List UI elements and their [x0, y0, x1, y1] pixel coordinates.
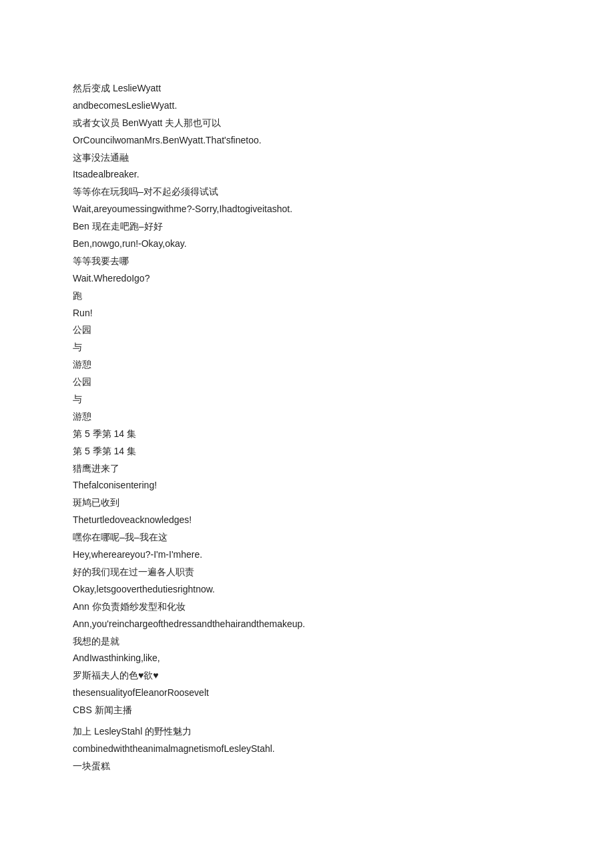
subtitle-line-l34: AndIwasthinking,like,: [73, 650, 541, 667]
subtitle-line-l39: 加上 LesleyStahl 的野性魅力: [73, 723, 541, 741]
subtitle-line-l23: 猎鹰进来了: [73, 460, 541, 478]
subtitle-line-l28: Hey,whereareyou?-I'm-I'mhere.: [73, 546, 541, 564]
subtitle-line-l22: 第 5 季第 14 集: [73, 443, 541, 460]
subtitle-line-l7: 等等你在玩我吗–对不起必须得试试: [73, 183, 541, 201]
subtitle-line-l2: andbecomesLeslieWyatt.: [73, 97, 541, 115]
subtitle-line-l19: 与: [73, 391, 541, 408]
subtitle-content: 然后变成 LeslieWyattandbecomesLeslieWyatt.或者…: [73, 80, 541, 775]
subtitle-line-l12: Wait.WheredoIgo?: [73, 270, 541, 288]
subtitle-line-l5: 这事没法通融: [73, 149, 541, 167]
subtitle-line-l17: 游憩: [73, 356, 541, 374]
subtitle-line-l26: Theturtledoveacknowledges!: [73, 512, 541, 529]
subtitle-line-l16: 与: [73, 339, 541, 356]
subtitle-line-l41: 一块蛋糕: [73, 758, 541, 775]
subtitle-line-l37: CBS 新闻主播: [73, 702, 541, 719]
subtitle-line-l40: combinedwiththeanimalmagnetismofLesleySt…: [73, 741, 541, 758]
subtitle-line-l20: 游憩: [73, 408, 541, 426]
subtitle-line-l29: 好的我们现在过一遍各人职责: [73, 564, 541, 581]
subtitle-line-l1: 然后变成 LeslieWyatt: [73, 80, 541, 97]
subtitle-line-l9: Ben 现在走吧跑–好好: [73, 218, 541, 236]
subtitle-line-l24: Thefalconisentering!: [73, 477, 541, 494]
subtitle-line-l32: Ann,you'reinchargeofthedressandthehairan…: [73, 616, 541, 633]
subtitle-line-l25: 斑鸠已收到: [73, 494, 541, 512]
subtitle-line-l35: 罗斯福夫人的色♥欲♥: [73, 667, 541, 685]
subtitle-line-l21: 第 5 季第 14 集: [73, 426, 541, 443]
subtitle-line-l27: 嘿你在哪呢–我–我在这: [73, 529, 541, 546]
subtitle-line-l36: thesensualityofEleanorRoosevelt: [73, 685, 541, 702]
subtitle-line-l13: 跑: [73, 288, 541, 305]
subtitle-line-l10: Ben,nowgo,run!-Okay,okay.: [73, 236, 541, 253]
subtitle-line-l11: 等等我要去哪: [73, 253, 541, 270]
subtitle-line-l15: 公园: [73, 322, 541, 339]
subtitle-line-l4: OrCouncilwomanMrs.BenWyatt.That'sfinetoo…: [73, 132, 541, 149]
subtitle-line-l31: Ann 你负责婚纱发型和化妆: [73, 598, 541, 616]
subtitle-line-l8: Wait,areyoumessingwithme?-Sorry,Ihadtogi…: [73, 201, 541, 218]
subtitle-line-l18: 公园: [73, 374, 541, 391]
subtitle-line-l3: 或者女议员 BenWyatt 夫人那也可以: [73, 115, 541, 132]
subtitle-line-l14: Run!: [73, 305, 541, 322]
subtitle-line-l30: Okay,letsgooverthedutiesrightnow.: [73, 581, 541, 598]
subtitle-line-l6: Itsadealbreaker.: [73, 166, 541, 183]
subtitle-line-l33: 我想的是就: [73, 633, 541, 650]
